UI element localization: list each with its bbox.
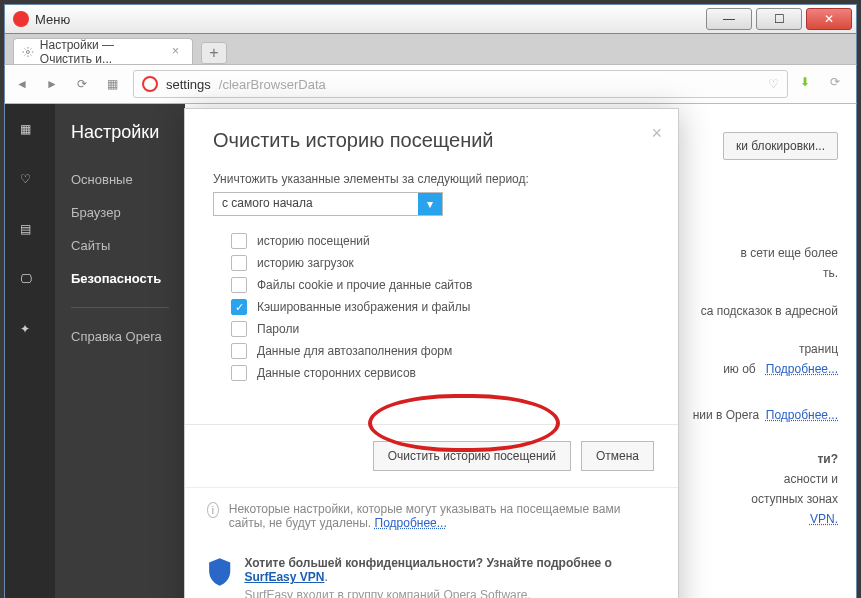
chevron-down-icon: ▾ xyxy=(418,193,442,215)
checkbox[interactable]: ✓ xyxy=(231,299,247,315)
info-icon: i xyxy=(207,502,219,518)
forward-button[interactable]: ► xyxy=(43,75,61,93)
tab-strip: Настройки — Очистить и... × + xyxy=(4,34,857,64)
dialog-title: Очистить историю посещений xyxy=(213,129,650,152)
speed-dial-icon[interactable]: ▦ xyxy=(103,75,121,93)
period-value: с самого начала xyxy=(214,193,418,215)
window-close-button[interactable]: ✕ xyxy=(806,8,852,30)
dialog-footnote: Некоторые настройки, которые могут указы… xyxy=(229,502,656,530)
opera-o-icon xyxy=(142,76,158,92)
sidebar-header: Настройки xyxy=(55,118,185,163)
vpn-link[interactable]: VPN. xyxy=(810,512,838,526)
option-row[interactable]: историю загрузок xyxy=(231,252,650,274)
download-icon[interactable]: ⬇ xyxy=(800,75,818,93)
option-label: историю загрузок xyxy=(257,256,354,270)
svg-point-0 xyxy=(26,50,29,53)
checkbox[interactable] xyxy=(231,277,247,293)
option-label: Данные сторонних сервисов xyxy=(257,366,416,380)
checkbox[interactable] xyxy=(231,233,247,249)
settings-sidebar: Настройки Основные Браузер Сайты Безопас… xyxy=(55,104,185,598)
footnote-more-link[interactable]: Подробнее... xyxy=(375,516,447,530)
window-maximize-button[interactable]: ☐ xyxy=(756,8,802,30)
sidebar-item-basic[interactable]: Основные xyxy=(55,163,185,196)
back-button[interactable]: ◄ xyxy=(13,75,31,93)
option-row[interactable]: ✓Кэшированные изображения и файлы xyxy=(231,296,650,318)
checkbox[interactable] xyxy=(231,255,247,271)
period-select[interactable]: с самого начала ▾ xyxy=(213,192,443,216)
window-titlebar: Меню — ☐ ✕ xyxy=(4,4,857,34)
option-label: историю посещений xyxy=(257,234,370,248)
sync-icon[interactable]: ⟳ xyxy=(830,75,848,93)
screen-rail-icon[interactable]: 🖵 xyxy=(20,272,40,292)
checkbox[interactable] xyxy=(231,321,247,337)
cancel-button[interactable]: Отмена xyxy=(581,441,654,471)
gear-icon xyxy=(22,45,34,59)
surfeasy-link[interactable]: SurfEasy VPN xyxy=(244,570,324,584)
sidebar-item-sites[interactable]: Сайты xyxy=(55,229,185,262)
opera-logo-icon xyxy=(13,11,29,27)
option-label: Данные для автозаполнения форм xyxy=(257,344,452,358)
shield-icon xyxy=(207,556,232,588)
sidebar-item-browser[interactable]: Браузер xyxy=(55,196,185,229)
reload-button[interactable]: ⟳ xyxy=(73,75,91,93)
dialog-close-icon[interactable]: × xyxy=(651,123,662,144)
tab-settings[interactable]: Настройки — Очистить и... × xyxy=(13,38,193,64)
news-rail-icon[interactable]: ▤ xyxy=(20,222,40,242)
tab-close-icon[interactable]: × xyxy=(172,44,186,58)
address-bar[interactable]: settings/clearBrowserData ♡ xyxy=(133,70,788,98)
window-minimize-button[interactable]: — xyxy=(706,8,752,30)
option-row[interactable]: Данные сторонних сервисов xyxy=(231,362,650,384)
new-tab-button[interactable]: + xyxy=(201,42,227,64)
toolbar: ◄ ► ⟳ ▦ settings/clearBrowserData ♡ ⬇ ⟳ xyxy=(4,64,857,104)
left-icon-rail: ▦ ♡ ▤ 🖵 ✦ xyxy=(5,104,55,598)
option-label: Файлы cookie и прочие данные сайтов xyxy=(257,278,472,292)
checkbox[interactable] xyxy=(231,343,247,359)
checkbox[interactable] xyxy=(231,365,247,381)
sidebar-item-security[interactable]: Безопасность xyxy=(55,262,185,295)
option-label: Пароли xyxy=(257,322,299,336)
speed-dial-rail-icon[interactable]: ▦ xyxy=(20,122,40,142)
option-row[interactable]: Пароли xyxy=(231,318,650,340)
option-row[interactable]: Файлы cookie и прочие данные сайтов xyxy=(231,274,650,296)
clear-history-button[interactable]: Очистить историю посещений xyxy=(373,441,571,471)
bookmark-heart-icon[interactable]: ♡ xyxy=(768,77,779,91)
dialog-subtitle: Уничтожить указанные элементы за следующ… xyxy=(213,172,650,186)
tab-title: Настройки — Очистить и... xyxy=(40,38,166,66)
url-path: settings xyxy=(166,77,211,92)
heart-rail-icon[interactable]: ♡ xyxy=(20,172,40,192)
sidebar-separator xyxy=(71,307,169,308)
clear-history-dialog: × Очистить историю посещений Уничтожить … xyxy=(184,108,679,598)
option-row[interactable]: историю посещений xyxy=(231,230,650,252)
menu-label[interactable]: Меню xyxy=(35,12,70,27)
option-row[interactable]: Данные для автозаполнения форм xyxy=(231,340,650,362)
block-lists-button[interactable]: ки блокировки... xyxy=(723,132,838,160)
url-rest: /clearBrowserData xyxy=(219,77,326,92)
more-link-1[interactable]: Подробнее... xyxy=(766,362,838,376)
sidebar-item-help[interactable]: Справка Opera xyxy=(55,320,185,353)
option-label: Кэшированные изображения и файлы xyxy=(257,300,470,314)
extensions-rail-icon[interactable]: ✦ xyxy=(20,322,40,342)
more-link-2[interactable]: Подробнее... xyxy=(766,408,838,422)
